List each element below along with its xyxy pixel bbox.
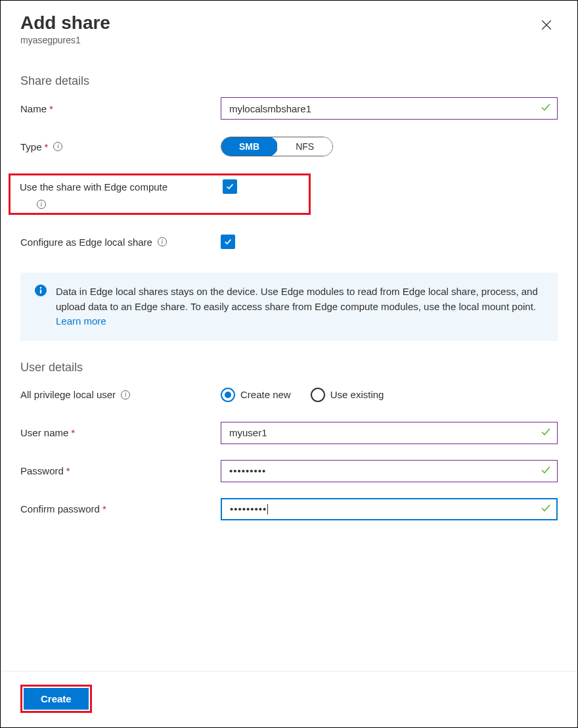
info-icon[interactable]: i	[158, 237, 167, 246]
type-option-smb[interactable]: SMB	[221, 137, 278, 156]
confirm-password-input[interactable]: •••••••••	[221, 498, 558, 520]
privilege-row: All privilege local user i Create new Us…	[20, 384, 558, 406]
info-callout-icon	[35, 284, 47, 329]
user-mode-radio-group: Create new Use existing	[221, 388, 384, 402]
info-icon[interactable]: i	[121, 390, 130, 399]
confirm-password-label: Confirm password	[20, 503, 100, 514]
username-row: User name *	[20, 422, 558, 444]
privilege-label: All privilege local user	[20, 389, 116, 400]
info-icon[interactable]: i	[53, 142, 62, 151]
panel-footer: Create	[1, 671, 577, 727]
type-toggle: SMB NFS	[221, 137, 333, 156]
panel-header: Add share myasegpures1	[20, 12, 558, 45]
required-indicator: *	[66, 465, 70, 476]
name-row: Name *	[20, 97, 558, 120]
panel-title: Add share	[20, 12, 110, 34]
text-caret	[267, 504, 268, 514]
learn-more-link[interactable]: Learn more	[56, 315, 106, 327]
radio-create-new[interactable]: Create new	[221, 388, 291, 402]
required-indicator: *	[49, 103, 53, 114]
svg-rect-1	[40, 290, 41, 294]
username-input[interactable]	[221, 422, 558, 444]
user-details-heading: User details	[20, 361, 558, 375]
edge-compute-highlight: Use the share with Edge compute i	[9, 173, 311, 215]
edge-local-checkbox[interactable]	[221, 235, 235, 249]
radio-existing-label: Use existing	[330, 389, 384, 400]
info-icon[interactable]: i	[37, 200, 46, 209]
radio-create-label: Create new	[240, 389, 291, 400]
password-row: Password *	[20, 460, 558, 482]
info-callout: Data in Edge local shares stays on the d…	[20, 273, 558, 341]
name-input[interactable]	[221, 97, 558, 120]
type-option-nfs[interactable]: NFS	[277, 137, 332, 156]
type-row: Type * i SMB NFS	[20, 135, 558, 158]
confirm-password-row: Confirm password * •••••••••	[20, 498, 558, 520]
password-label: Password	[20, 465, 64, 476]
add-share-panel: Add share myasegpures1 Share details Nam…	[1, 1, 577, 727]
share-details-heading: Share details	[20, 74, 558, 88]
edge-compute-label: Use the share with Edge compute	[20, 181, 167, 193]
edge-local-row: Configure as Edge local share i	[20, 231, 558, 253]
required-indicator: *	[102, 503, 106, 514]
edge-local-label: Configure as Edge local share	[20, 237, 152, 248]
info-callout-text: Data in Edge local shares stays on the d…	[56, 284, 543, 329]
edge-compute-checkbox[interactable]	[223, 179, 237, 194]
panel-subtitle: myasegpures1	[20, 35, 110, 45]
radio-use-existing[interactable]: Use existing	[311, 388, 384, 402]
required-indicator: *	[71, 427, 75, 438]
name-label: Name	[20, 103, 47, 114]
password-input[interactable]	[221, 460, 558, 482]
close-button[interactable]	[535, 16, 558, 35]
svg-point-2	[40, 287, 42, 289]
create-button[interactable]: Create	[24, 688, 89, 710]
username-label: User name	[20, 427, 68, 438]
type-label: Type	[20, 141, 42, 152]
required-indicator: *	[45, 141, 49, 152]
create-button-highlight: Create	[20, 685, 92, 713]
